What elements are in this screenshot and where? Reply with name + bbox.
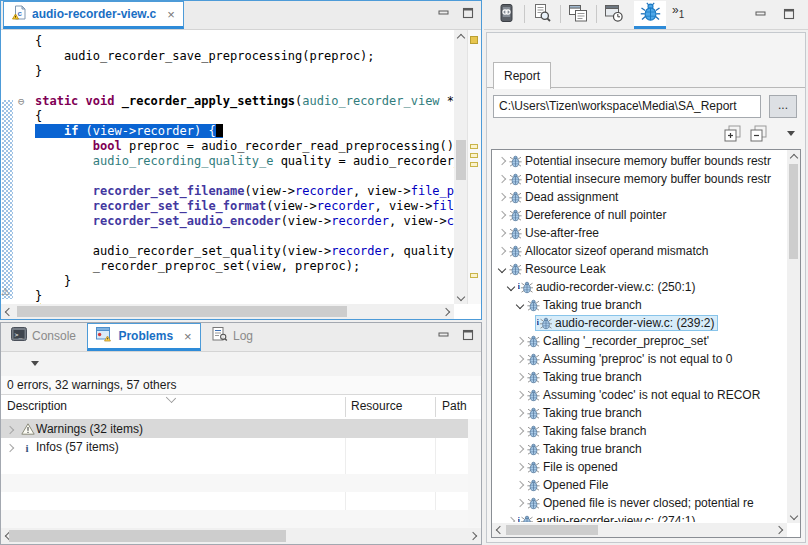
problems-vertical-scrollbar[interactable]	[468, 419, 481, 527]
tree-item-body[interactable]: Potential insecure memory buffer bounds …	[508, 171, 774, 187]
view-menu-icon[interactable]	[787, 131, 795, 140]
toolbar-overflow[interactable]: »1	[672, 3, 684, 20]
tab-problems[interactable]: Problems ×	[87, 323, 200, 351]
scroll-right-arrow[interactable]	[440, 304, 454, 319]
expand-all-icon[interactable]	[721, 125, 743, 145]
tree-item[interactable]: Opened file is never closed; potential r…	[493, 494, 786, 512]
close-tab-icon[interactable]: ×	[184, 329, 192, 344]
column-resource[interactable]: Resource	[351, 399, 402, 413]
column-description[interactable]: Description	[7, 399, 67, 413]
chevron-right-icon[interactable]	[7, 440, 19, 454]
scroll-up-arrow[interactable]	[787, 150, 800, 162]
tree-item[interactable]: Calling '_recorder_preproc_set'	[493, 332, 786, 350]
tree-item[interactable]: Dereference of null pointer	[493, 206, 786, 224]
compare-windows-icon[interactable]	[564, 1, 592, 28]
tree-horizontal-scrollbar[interactable]	[492, 523, 787, 537]
code-line[interactable]: }	[15, 64, 454, 79]
editor-vertical-scrollbar[interactable]	[454, 30, 468, 304]
tree-item-body[interactable]: Taking false branch	[526, 423, 649, 439]
tab-log[interactable]: Log	[204, 323, 261, 348]
maximize-button[interactable]	[782, 8, 796, 20]
tree-item-body[interactable]: Potential insecure memory buffer bounds …	[508, 153, 774, 169]
code-line[interactable]	[15, 229, 454, 244]
code-line[interactable]: audio_recorder_save_preprocessing(prepro…	[15, 49, 454, 64]
tree-item[interactable]: Use-after-free	[493, 224, 786, 242]
annotation-ruler[interactable]: ⚠	[1, 30, 15, 304]
tree-item-body[interactable]: File is opened	[526, 459, 621, 475]
tree-item[interactable]: Dead assignment	[493, 188, 786, 206]
tree-item[interactable]: Opened File	[493, 476, 786, 494]
overview-marker[interactable]	[470, 153, 478, 158]
chevron-right-icon[interactable]	[514, 374, 526, 380]
chevron-right-icon[interactable]	[514, 428, 526, 434]
editor-tab-audio-recorder-view[interactable]: c audio-recorder-view.c ×	[3, 1, 184, 29]
chevron-right-icon[interactable]	[514, 464, 526, 470]
chevron-right-icon[interactable]	[496, 212, 508, 218]
chevron-right-icon[interactable]	[496, 230, 508, 236]
scroll-down-arrow[interactable]	[454, 292, 468, 304]
tab-console[interactable]: >_ Console	[3, 323, 84, 348]
scrollbar-thumb[interactable]	[456, 140, 466, 180]
minimize-button[interactable]	[437, 329, 451, 341]
tree-item[interactable]: iaudio-recorder-view.c: (274:1)	[493, 512, 786, 522]
code-line[interactable]: bool preproc = audio_recorder_read_prepr…	[15, 139, 454, 154]
overview-marker[interactable]	[470, 36, 478, 44]
chevron-right-icon[interactable]	[514, 392, 526, 398]
tree-item[interactable]: Assuming 'preproc' is not equal to 0	[493, 350, 786, 368]
code-line[interactable]: {	[15, 34, 454, 49]
code-line[interactable]: ⊖static void _recorder_apply_settings(au…	[15, 94, 454, 109]
tree-item[interactable]: Taking true branch	[493, 404, 786, 422]
view-menu-icon[interactable]	[31, 361, 39, 370]
tree-item-body[interactable]: Opened file is never closed; potential r…	[526, 495, 757, 511]
tree-item-body[interactable]: iaudio-recorder-view.c: (250:1)	[517, 279, 698, 295]
code-line[interactable]: if (view->recorder) {	[15, 124, 454, 139]
scrollbar-thumb[interactable]	[9, 530, 286, 542]
chevron-right-icon[interactable]	[514, 356, 526, 362]
tree-item-body[interactable]: Taking true branch	[526, 369, 645, 385]
tree-item-selected[interactable]: iaudio-recorder-view.c: (239:2)	[535, 315, 718, 331]
code-line[interactable]: {	[15, 109, 454, 124]
window-history-icon[interactable]	[600, 1, 628, 28]
report-path-input[interactable]: C:\Users\Tizen\workspace\Media\SA_Report	[493, 95, 761, 118]
chevron-right-icon[interactable]	[505, 518, 517, 522]
code-line[interactable]: audio_recording_quality_e quality = audi…	[15, 154, 454, 169]
minimize-button[interactable]	[754, 8, 768, 20]
editor-horizontal-scrollbar[interactable]	[1, 304, 454, 319]
code-line[interactable]: recorder_set_filename(view->recorder, vi…	[15, 184, 454, 199]
chevron-right-icon[interactable]	[514, 482, 526, 488]
tree-item-body[interactable]: Dead assignment	[508, 189, 621, 205]
scrollbar-thumb[interactable]	[506, 525, 598, 535]
chevron-right-icon[interactable]	[514, 338, 526, 344]
chevron-right-icon[interactable]	[496, 176, 508, 182]
close-tab-icon[interactable]: ×	[167, 7, 175, 22]
overview-marker[interactable]	[470, 162, 478, 167]
problems-row[interactable]: Warnings (32 items)	[1, 420, 481, 438]
tree-item[interactable]: Taking true branch	[493, 440, 786, 458]
tree-item-body[interactable]: Assuming 'preproc' is not equal to 0	[526, 351, 735, 367]
tree-item-body[interactable]: Taking true branch	[526, 441, 645, 457]
maximize-button[interactable]	[461, 329, 475, 341]
code-line[interactable]	[15, 79, 454, 94]
tree-item[interactable]: Assuming 'codec' is not equal to RECOR	[493, 386, 786, 404]
problems-row[interactable]: iInfos (57 items)	[1, 438, 481, 456]
static-analyzer-bug-icon[interactable]	[634, 1, 666, 29]
chevron-right-icon[interactable]	[514, 446, 526, 452]
connect-device-icon[interactable]	[492, 1, 520, 28]
overview-marker[interactable]	[470, 273, 478, 278]
maximize-button[interactable]	[461, 7, 475, 19]
chevron-right-icon[interactable]	[496, 194, 508, 200]
report-document-icon[interactable]	[528, 1, 556, 28]
tree-item-body[interactable]: iaudio-recorder-view.c: (274:1)	[517, 513, 698, 522]
tree-item-body[interactable]: Taking true branch	[526, 405, 645, 421]
tree-item-body[interactable]: Calling '_recorder_preproc_set'	[526, 333, 712, 349]
code-line[interactable]: _recorder_preproc_set(view, preproc);	[15, 259, 454, 274]
chevron-down-icon[interactable]	[505, 284, 517, 290]
scroll-down-arrow[interactable]	[787, 511, 800, 523]
chevron-down-icon[interactable]	[496, 266, 508, 272]
chevron-down-icon[interactable]	[514, 302, 526, 308]
scroll-left-arrow[interactable]	[492, 523, 506, 537]
chevron-right-icon[interactable]	[496, 158, 508, 164]
scrollbar-thumb[interactable]	[789, 164, 798, 259]
scroll-left-arrow[interactable]	[1, 304, 15, 319]
chevron-right-icon[interactable]	[514, 410, 526, 416]
